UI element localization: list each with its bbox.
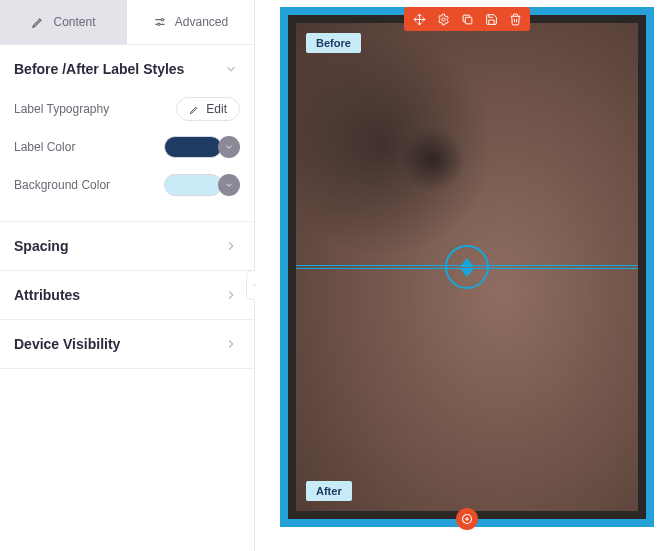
section-header-attributes[interactable]: Attributes: [0, 271, 254, 319]
row-background-color: Background Color: [14, 169, 240, 201]
chevron-down-icon: [224, 62, 238, 76]
before-after-widget[interactable]: Before After: [296, 23, 638, 511]
chevron-right-icon: [224, 337, 238, 351]
bg-color-swatch[interactable]: [164, 174, 222, 196]
section-spacing: Spacing: [0, 221, 254, 270]
color-options-button[interactable]: [218, 174, 240, 196]
section-title: Attributes: [14, 287, 80, 303]
gear-icon[interactable]: [432, 8, 454, 30]
edit-button-label: Edit: [206, 102, 227, 116]
after-label: After: [306, 481, 352, 501]
section-attributes: Attributes: [0, 270, 254, 319]
save-icon[interactable]: [480, 8, 502, 30]
tab-advanced[interactable]: Advanced: [127, 0, 254, 44]
row-label-typography: Label Typography Edit: [14, 93, 240, 125]
svg-point-2: [441, 17, 444, 20]
edit-typography-button[interactable]: Edit: [176, 97, 240, 121]
tab-content[interactable]: Content: [0, 0, 127, 44]
pencil-icon: [31, 15, 45, 29]
add-module-button[interactable]: [456, 508, 478, 530]
tab-label: Content: [53, 15, 95, 29]
caret-down-icon: [460, 268, 474, 277]
widget-frame[interactable]: Before After: [280, 7, 654, 527]
section-header-device-visibility[interactable]: Device Visibility: [0, 320, 254, 368]
section-title: Device Visibility: [14, 336, 120, 352]
label-color-swatch[interactable]: [164, 136, 222, 158]
chevron-right-icon: [224, 288, 238, 302]
tab-label: Advanced: [175, 15, 228, 29]
widget-toolbar: [404, 7, 530, 31]
caret-up-icon: [460, 258, 474, 267]
section-header-spacing[interactable]: Spacing: [0, 222, 254, 270]
sliders-icon: [153, 15, 167, 29]
row-label: Label Color: [14, 140, 75, 154]
svg-rect-3: [465, 17, 472, 23]
section-title: Spacing: [14, 238, 68, 254]
svg-point-0: [161, 19, 163, 21]
section-device-visibility: Device Visibility: [0, 319, 254, 369]
row-label: Label Typography: [14, 102, 109, 116]
section-header-label-styles[interactable]: Before /After Label Styles: [0, 45, 254, 93]
section-label-styles: Before /After Label Styles Label Typogra…: [0, 44, 254, 221]
color-options-button[interactable]: [218, 136, 240, 158]
before-label: Before: [306, 33, 361, 53]
row-label: Background Color: [14, 178, 110, 192]
chevron-right-icon: [224, 239, 238, 253]
section-title: Before /After Label Styles: [14, 61, 184, 77]
move-icon[interactable]: [408, 8, 430, 30]
duplicate-icon[interactable]: [456, 8, 478, 30]
canvas: Before After: [255, 0, 662, 551]
row-label-color: Label Color: [14, 131, 240, 163]
slider-handle[interactable]: [445, 245, 489, 289]
trash-icon[interactable]: [504, 8, 526, 30]
svg-point-1: [157, 23, 159, 25]
